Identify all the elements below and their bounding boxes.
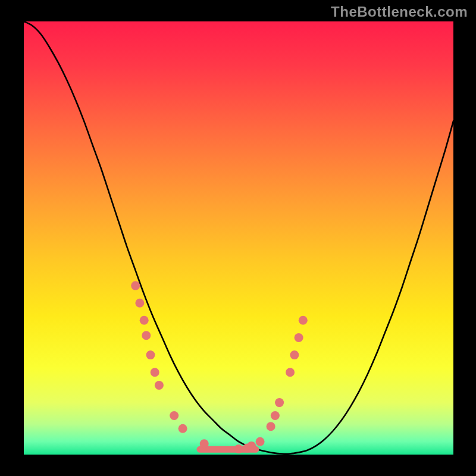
marker-dot xyxy=(178,424,187,433)
marker-dot xyxy=(131,281,140,290)
marker-dot xyxy=(295,333,303,342)
marker-dot xyxy=(234,444,243,453)
marker-dot xyxy=(151,368,159,377)
marker-dot xyxy=(200,439,209,448)
marker-dot xyxy=(140,316,149,325)
marker-dot xyxy=(290,350,299,359)
marker-dot xyxy=(146,350,155,359)
marker-dot xyxy=(256,437,265,446)
marker-dot xyxy=(142,331,151,340)
bottleneck-chart xyxy=(0,0,476,476)
marker-dot xyxy=(275,398,284,407)
watermark-text: TheBottleneck.com xyxy=(331,4,468,20)
marker-dot xyxy=(155,381,164,390)
marker-dot xyxy=(286,368,295,377)
marker-dot xyxy=(135,299,144,308)
marker-dot xyxy=(267,422,275,431)
chart-frame: { "watermark": "TheBottleneck.com", "col… xyxy=(0,0,476,476)
marker-dot xyxy=(299,316,308,325)
gradient-background xyxy=(24,21,453,455)
marker-dot xyxy=(247,441,256,450)
marker-dot xyxy=(170,411,178,420)
marker-dot xyxy=(271,411,280,420)
